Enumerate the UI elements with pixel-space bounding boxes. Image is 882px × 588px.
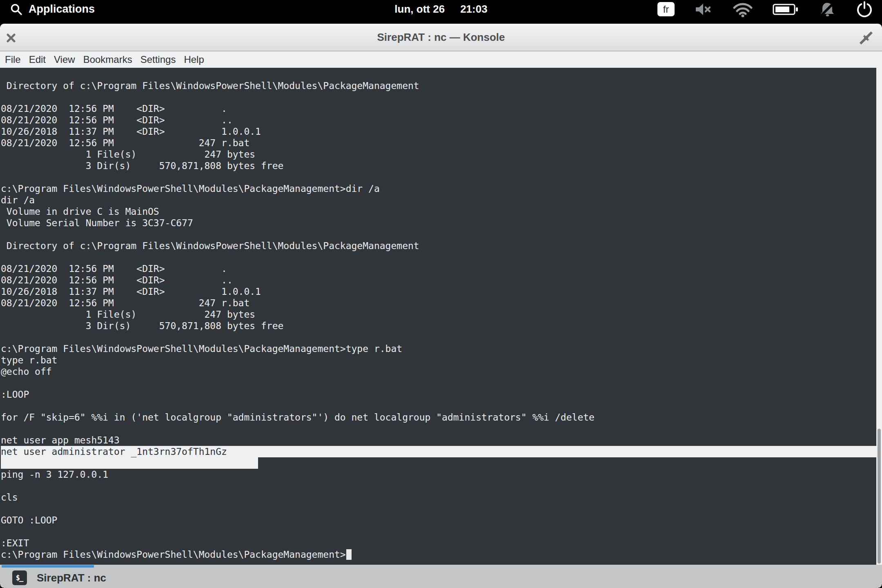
terminal-line: ping -n 3 127.0.0.1 (1, 469, 876, 480)
terminal-line: 10/26/2018 11:37 PM <DIR> 1.0.0.1 (1, 286, 876, 297)
terminal-line: c:\Program Files\WindowsPowerShell\Modul… (1, 183, 876, 194)
terminal-line: Volume in drive C is MainOS (1, 206, 876, 217)
terminal-content: Directory of c:\Program Files\WindowsPow… (0, 68, 876, 565)
terminal-line: Directory of c:\Program Files\WindowsPow… (1, 240, 876, 252)
search-icon (10, 3, 23, 16)
terminal-line: 08/21/2020 12:56 PM <DIR> . (1, 103, 876, 114)
terminal-line: 08/21/2020 12:56 PM <DIR> .. (1, 274, 876, 286)
menu-edit[interactable]: Edit (25, 54, 50, 65)
terminal-line: 3 Dir(s) 570,871,808 bytes free (1, 320, 876, 332)
menu-help[interactable]: Help (180, 54, 208, 65)
terminal-line: 08/21/2020 12:56 PM <DIR> . (1, 263, 876, 274)
keyboard-layout-badge[interactable]: fr (657, 2, 675, 16)
terminal-line (1, 252, 876, 263)
terminal-line (1, 457, 876, 469)
terminal-line (1, 332, 876, 343)
titlebar[interactable]: SirepRAT : nc — Konsole (0, 24, 882, 51)
tabbar: $_ SirepRAT : nc (0, 565, 882, 588)
terminal-line: c:\Program Files\WindowsPowerShell\Modul… (1, 549, 876, 560)
konsole-window: SirepRAT : nc — Konsole File Edit View B… (0, 24, 882, 588)
terminal-line (1, 91, 876, 103)
menu-view[interactable]: View (50, 54, 79, 65)
volume-muted-icon[interactable] (694, 2, 713, 17)
terminal-line: 10/26/2018 11:37 PM <DIR> 1.0.0.1 (1, 126, 876, 137)
menu-file[interactable]: File (1, 54, 25, 65)
applications-menu[interactable]: Applications (10, 0, 95, 18)
system-tray: fr (657, 0, 873, 18)
terminal-line (1, 377, 876, 389)
terminal-line: :LOOP (1, 389, 876, 400)
terminal-cursor (346, 549, 352, 560)
terminal-line (1, 480, 876, 492)
tab-sireprat-nc[interactable]: $_ SirepRAT : nc (0, 568, 106, 588)
clock-date: lun, ott 26 (394, 3, 445, 16)
clock[interactable]: lun, ott 26 21:03 (394, 0, 487, 18)
terminal-line (1, 503, 876, 514)
menubar: File Edit View Bookmarks Settings Help (0, 51, 882, 68)
terminal-line: 3 Dir(s) 570,871,808 bytes free (1, 160, 876, 172)
terminal[interactable]: Directory of c:\Program Files\WindowsPow… (0, 68, 882, 565)
clock-time: 21:03 (460, 3, 488, 16)
terminal-line: Directory of c:\Program Files\WindowsPow… (1, 80, 876, 91)
scrollbar[interactable] (876, 68, 882, 565)
wifi-icon[interactable] (733, 2, 753, 17)
terminal-line: net user administrator _1nt3rn37ofTh1nGz (1, 446, 876, 457)
terminal-line (1, 423, 876, 434)
terminal-line: @echo off (1, 366, 876, 377)
terminal-line: 1 File(s) 247 bytes (1, 309, 876, 320)
terminal-line: for /F "skip=6" %%i in ('net localgroup … (1, 412, 876, 423)
window-title: SirepRAT : nc — Konsole (0, 24, 882, 51)
terminal-line: net user app mesh5143 (1, 434, 876, 446)
scrollbar-thumb[interactable] (878, 429, 881, 564)
terminal-line: cls (1, 492, 876, 503)
terminal-tab-icon: $_ (12, 570, 27, 585)
terminal-line: Volume Serial Number is 3C37-C677 (1, 217, 876, 229)
terminal-line: c:\Program Files\WindowsPowerShell\Modul… (1, 343, 876, 354)
terminal-line: 08/21/2020 12:56 PM <DIR> .. (1, 114, 876, 126)
power-icon[interactable] (856, 1, 873, 18)
terminal-line (1, 172, 876, 183)
terminal-line (1, 526, 876, 537)
menu-bookmarks[interactable]: Bookmarks (79, 54, 136, 65)
menu-settings[interactable]: Settings (136, 54, 180, 65)
applications-label: Applications (29, 3, 95, 16)
selection-block (1, 457, 258, 469)
terminal-line (1, 400, 876, 412)
terminal-line: GOTO :LOOP (1, 514, 876, 526)
terminal-line: type r.bat (1, 354, 876, 366)
terminal-line: 08/21/2020 12:56 PM 247 r.bat (1, 297, 876, 309)
top-panel: Applications lun, ott 26 21:03 fr (0, 0, 882, 18)
keyboard-layout-label: fr (663, 4, 669, 15)
terminal-line: dir /a (1, 194, 876, 206)
terminal-line (1, 229, 876, 240)
terminal-line: 08/21/2020 12:56 PM 247 r.bat (1, 137, 876, 149)
tab-label: SirepRAT : nc (37, 572, 106, 584)
terminal-line: 1 File(s) 247 bytes (1, 149, 876, 160)
battery-icon[interactable] (773, 3, 799, 16)
restore-icon[interactable] (858, 30, 874, 46)
terminal-line: :EXIT (1, 537, 876, 549)
notifications-disabled-icon[interactable] (818, 1, 836, 18)
